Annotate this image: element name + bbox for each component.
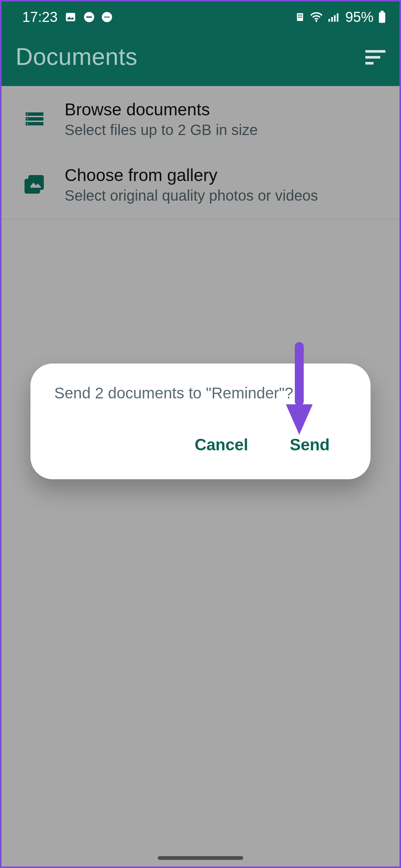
cancel-button[interactable]: Cancel	[192, 430, 251, 460]
svg-rect-14	[334, 15, 335, 22]
chat-icon	[101, 11, 113, 23]
svg-rect-15	[337, 13, 338, 22]
status-left: 17:23	[22, 9, 113, 25]
svg-rect-19	[365, 56, 380, 59]
svg-rect-9	[298, 17, 300, 18]
send-confirmation-dialog: Send 2 documents to "Reminder"? Cancel S…	[30, 364, 371, 479]
svg-point-6	[108, 16, 110, 18]
svg-rect-7	[298, 14, 300, 16]
gesture-bar	[158, 856, 243, 860]
building-icon	[295, 11, 305, 23]
svg-rect-13	[331, 17, 333, 22]
app-bar: Documents	[0, 34, 401, 86]
battery-icon	[378, 11, 386, 23]
svg-rect-10	[300, 17, 302, 18]
svg-rect-8	[300, 14, 302, 16]
status-time: 17:23	[22, 9, 58, 25]
svg-rect-17	[379, 12, 385, 23]
top-bar: 17:23 95%	[0, 0, 401, 86]
svg-rect-20	[365, 62, 374, 65]
page-title: Documents	[16, 43, 137, 70]
svg-rect-18	[365, 50, 385, 53]
svg-rect-12	[328, 19, 330, 22]
battery-percent: 95%	[345, 9, 374, 25]
sort-button[interactable]	[365, 49, 386, 65]
status-right: 95%	[295, 9, 386, 25]
svg-point-11	[315, 20, 317, 22]
svg-point-5	[106, 16, 108, 18]
svg-rect-2	[87, 16, 92, 18]
status-bar: 17:23 95%	[0, 0, 401, 34]
send-button[interactable]: Send	[287, 430, 333, 460]
svg-rect-16	[381, 11, 384, 12]
dialog-actions: Cancel Send	[51, 430, 350, 464]
svg-point-4	[104, 16, 106, 18]
dialog-message: Send 2 documents to "Reminder"?	[51, 384, 350, 430]
image-icon	[64, 11, 77, 23]
dnd-icon	[84, 11, 95, 23]
signal-icon	[327, 11, 339, 23]
svg-rect-0	[66, 13, 75, 22]
wifi-icon	[310, 11, 323, 23]
